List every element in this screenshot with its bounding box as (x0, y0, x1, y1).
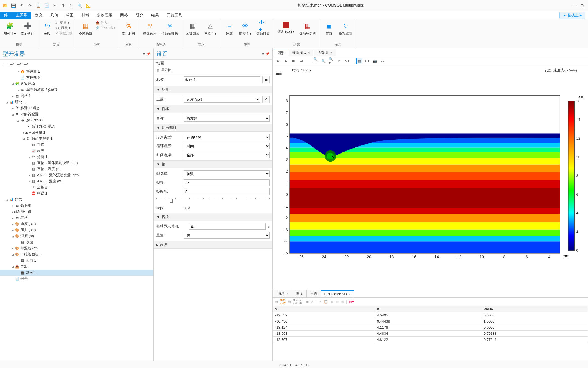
stop-icon[interactable]: ⏹ (290, 58, 296, 64)
tree-node[interactable]: +全耦合 1 (0, 184, 153, 190)
last-frame-icon[interactable]: ⏭ (298, 58, 304, 64)
framecount-input[interactable] (184, 179, 270, 186)
add-plotgroup-button[interactable]: ▦添加绘图组 (298, 21, 318, 37)
tag-input[interactable] (184, 76, 260, 83)
import-button[interactable]: 📥 导入 (96, 21, 115, 25)
tree-node[interactable]: ◢📤导出 (0, 264, 153, 270)
pie-icon[interactable]: ⊘ (311, 300, 314, 304)
show-frame-button[interactable]: 显示帧 (161, 68, 171, 73)
grid-icon[interactable]: ▦ (275, 300, 278, 304)
format-icon[interactable]: ▦ (288, 300, 291, 304)
tag-action-icon[interactable]: ▣ (262, 76, 270, 83)
delete-icon[interactable]: ▦ (336, 300, 339, 304)
tree-node[interactable]: ▸⏱步骤 1: 瞬态 (0, 105, 153, 111)
tree-node[interactable]: 📄报告 (0, 276, 153, 282)
tree-node[interactable]: 🎬动画 1 (0, 270, 153, 276)
loop-select[interactable]: 时间 (184, 143, 270, 149)
tree-node[interactable]: ▥直接 (0, 142, 153, 148)
tree-node[interactable]: ▸▥AMG，流体流动变量 (spf) (0, 172, 153, 178)
tab-log[interactable]: 日志 (306, 290, 321, 297)
tree-node[interactable]: ▸🎨速度 (spf) (0, 221, 153, 227)
timesel-select[interactable]: 全部 (184, 152, 270, 158)
theme-select[interactable]: 速度 (spf) (184, 96, 260, 103)
seq-select[interactable]: 存储的解 (184, 134, 270, 140)
tree-node[interactable]: ▸e85派生值 (0, 209, 153, 215)
select-icon[interactable]: ⬚ (68, 2, 75, 9)
heat-transfer-button[interactable]: ≋流体传热 (141, 21, 158, 37)
upload-button[interactable]: ☁ 拖拽上传 (559, 12, 585, 19)
table-row[interactable]: -30.4560.444381.0000 (273, 318, 588, 324)
anim-edit-section[interactable]: ▼动画编辑 (154, 124, 272, 132)
cut-icon[interactable]: ✂ (319, 300, 322, 304)
tab-eval2d[interactable]: Evaluation 2D× (321, 290, 354, 297)
undo-icon[interactable]: ↶ (18, 2, 25, 9)
select-icon[interactable]: ↖▾ (344, 58, 350, 64)
pin-icon[interactable]: 📌 (265, 52, 270, 56)
tree-node[interactable]: ▸▦数据集 (0, 203, 153, 209)
close-icon[interactable]: × (286, 292, 288, 296)
auto-icon[interactable]: ▦ (306, 300, 309, 304)
velocity-plot-button[interactable]: 速度 (spf) ▾ (276, 21, 296, 35)
menu-home[interactable]: 主屏幕 (12, 12, 31, 19)
copy-icon[interactable]: 📋 (35, 2, 42, 9)
tree-node[interactable]: 📄方程视图 (0, 75, 153, 81)
dropdown-icon[interactable]: ▾ (143, 52, 145, 56)
component-button[interactable]: 🧩组件 1 ▾ (2, 21, 17, 37)
play-icon[interactable]: ▶ (283, 58, 289, 64)
tab-messages[interactable]: 消息× (274, 290, 292, 297)
close-icon[interactable]: × (308, 51, 310, 55)
delete-icon[interactable]: 🗑 (60, 2, 66, 9)
copy-icon[interactable]: 📋 (324, 300, 328, 304)
variables-button[interactable]: a= 变量 ▾ (55, 21, 73, 25)
tab-convergence[interactable]: 收敛图 1× (289, 49, 313, 56)
tab-graphics[interactable]: 图形 (274, 49, 288, 57)
add-physics-button[interactable]: ⚛添加物理场 (160, 21, 180, 37)
framesel-select[interactable]: 帧数 (184, 170, 270, 177)
collapse-icon[interactable]: ☰▾ (17, 62, 22, 65)
tree-node[interactable]: ◢📊结果 (0, 196, 153, 203)
mesh-1-button[interactable]: △网格 1 ▾ (203, 21, 218, 37)
dup-icon[interactable]: ▦ (341, 300, 344, 304)
zoom-in-icon[interactable]: 🔍+ (313, 58, 319, 64)
reset-desktop-button[interactable]: ↻重置桌面 (337, 21, 354, 37)
refresh-icon[interactable]: ↻▾ (364, 58, 370, 64)
disp-time-input[interactable] (189, 223, 266, 230)
livelink-button[interactable]: 🔗 LiveLink ▾ (96, 26, 115, 30)
framenum-input[interactable] (184, 188, 270, 195)
zoom-icon[interactable]: 🔍 (76, 2, 83, 9)
expand-icon[interactable]: ☰▾ (10, 62, 15, 65)
menu-sketch[interactable]: 草图 (62, 12, 78, 19)
tree-node[interactable]: 📈高级 (0, 148, 153, 154)
tree-node[interactable]: ▥直接，流体流动变量 (spf) (0, 160, 153, 166)
build-mesh-button[interactable]: ▦构建网格 (184, 21, 201, 37)
menu-mat[interactable]: 材料 (78, 12, 93, 19)
tree-node[interactable]: ▥直接，温度 (ht) (0, 166, 153, 172)
zoom-ext-icon[interactable]: 🔍▾ (329, 58, 335, 64)
maximize-icon[interactable]: ▢ (581, 4, 584, 7)
eval-table[interactable]: xyValue -12.6324.54950.0000-30.4560.4443… (273, 306, 588, 361)
camera-icon[interactable]: 📷 (372, 58, 378, 64)
minimize-icon[interactable]: — (573, 4, 576, 7)
functions-button[interactable]: f(x) 函数 ▾ (55, 26, 73, 30)
model-tree[interactable]: ▸🔥热通量 1📄方程视图◢🧩多物理场▸≋非等温流动 1 (nitf1)▸▦网格 … (0, 67, 153, 361)
scene-section[interactable]: ▼场景 (154, 86, 272, 93)
cut-icon[interactable]: ✂ (51, 2, 58, 9)
measure-icon[interactable]: 📐 (85, 2, 91, 9)
tree-node[interactable]: ▸🔥热通量 1 (0, 68, 153, 75)
menu-def[interactable]: 定义 (31, 12, 47, 19)
zoom-out-icon[interactable]: 🔍- (321, 58, 327, 64)
grid-icon[interactable]: ▦ (356, 58, 362, 64)
add-material-button[interactable]: ⚗添加材料 (120, 21, 137, 37)
tree-node[interactable]: ◢🧩多物理场 (0, 81, 153, 87)
open-icon[interactable]: 📂 (2, 2, 8, 9)
frame-slider[interactable] (156, 198, 270, 203)
build-all-button[interactable]: ▦全部构建 (77, 21, 94, 37)
close-icon[interactable]: × (349, 292, 351, 296)
dropdown-icon[interactable]: ▾ (262, 52, 264, 56)
tree-node[interactable]: ◢⚙解 1 (sol1) (0, 117, 153, 123)
tree-node[interactable]: ⛔错误 1 (0, 190, 153, 196)
table-row[interactable]: -12.6324.54950.0000 (273, 312, 588, 318)
redo-icon[interactable]: ↷ (27, 2, 33, 9)
frame-section[interactable]: ▼帧 (154, 160, 272, 168)
tree-node[interactable]: ◢⚙求解器配置 (0, 111, 153, 117)
